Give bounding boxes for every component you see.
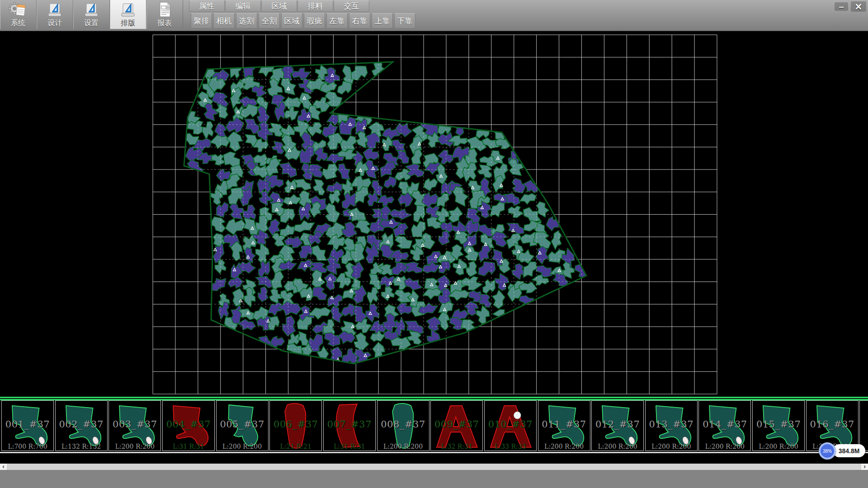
tab-edit[interactable]: 编辑 (225, 0, 261, 12)
chevron-right-icon: › (863, 463, 866, 470)
button-region[interactable]: 区域 (281, 13, 302, 28)
piece-thumbnail (380, 402, 426, 450)
settings-icon (81, 0, 101, 19)
button-snap-left[interactable]: 左靠 (326, 13, 348, 28)
piece-thumbnail (5, 402, 51, 450)
progress-badge[interactable]: 38% (819, 442, 836, 460)
report-button[interactable]: 报表 (146, 0, 183, 29)
status-bar (0, 470, 868, 488)
filmstrip-tile[interactable]: 008_#37L:200 R:200 (377, 400, 429, 451)
memory-value: 384.8M (839, 447, 860, 455)
minimize-icon: – (839, 1, 844, 12)
report-button-label: 报表 (157, 19, 172, 28)
filmstrip-tile[interactable]: 009_#37L:32 R:31 (430, 400, 483, 451)
button-cut-all[interactable]: 全割 (259, 13, 280, 28)
close-icon: ✕ (855, 1, 863, 12)
filmstrip-tile[interactable]: 003_#37L:200 R:200 (108, 400, 161, 451)
piece-thumbnail (165, 402, 212, 450)
filmstrip-tile[interactable]: 004_#37L:31 R:31 (162, 400, 215, 451)
filmstrip-tile[interactable]: 012_#37L:200 R:200 (591, 400, 644, 451)
piece-filmstrip[interactable]: 001_#37L:700 R:700002_#37L:132 R:132003_… (0, 400, 868, 452)
filmstrip-tile[interactable]: 001_#37L:700 R:700 (1, 400, 54, 451)
horizontal-scrollbar[interactable]: ‹ › (0, 464, 868, 470)
layout-button[interactable]: 排版 (110, 0, 146, 29)
tab-nesting[interactable]: 排料 (297, 0, 333, 12)
filmstrip-tile[interactable]: 005_#37L:200 R:200 (216, 400, 269, 451)
layout-icon (118, 0, 138, 19)
memory-badge: 384.8M (833, 444, 865, 457)
piece-thumbnail (326, 402, 373, 450)
piece-thumbnail (541, 402, 587, 450)
scroll-right-arrow[interactable]: › (861, 464, 868, 470)
filmstrip-tile[interactable] (859, 400, 868, 451)
button-snap-top[interactable]: 上靠 (372, 13, 393, 28)
progress-value: 38% (823, 449, 832, 454)
piece-thumbnail (434, 402, 480, 450)
piece-thumbnail (219, 402, 265, 450)
toolbar: 系统设计设置排版报表 属性编辑区域排料交互 聚排相机选割全割区域瑕疵左靠右靠上靠… (0, 0, 868, 31)
system-button-label: 系统 (11, 19, 25, 28)
system-icon (8, 0, 28, 19)
layout-button-label: 排版 (121, 19, 135, 28)
filmstrip-tile[interactable]: 016_#37L:200 R:200 (806, 400, 859, 451)
button-cluster-nest[interactable]: 聚排 (191, 13, 212, 28)
tab-properties[interactable]: 属性 (189, 0, 225, 12)
filmstrip-tile[interactable]: 011_#37L:200 R:200 (538, 400, 590, 451)
nesting-app-window: 系统设计设置排版报表 属性编辑区域排料交互 聚排相机选割全割区域瑕疵左靠右靠上靠… (0, 0, 868, 488)
design-button-label: 设计 (47, 19, 62, 28)
settings-button-label: 设置 (84, 19, 99, 28)
close-button[interactable]: ✕ (851, 1, 866, 12)
piece-thumbnail (487, 402, 533, 450)
scroll-left-arrow[interactable]: ‹ (0, 464, 7, 470)
piece-thumbnail (273, 402, 319, 450)
filmstrip-tile[interactable]: 010_#37L:33 R:33 (484, 400, 537, 451)
system-button[interactable]: 系统 (0, 0, 37, 29)
filmstrip-divider (0, 397, 868, 400)
piece-thumbnail (594, 402, 641, 450)
nesting-drawing (0, 31, 868, 397)
button-snap-right[interactable]: 右靠 (349, 13, 370, 28)
bottom-gap (0, 453, 868, 464)
piece-thumbnail (112, 402, 158, 450)
filmstrip-tile[interactable]: 006_#37L:21 R:21 (269, 400, 322, 451)
button-camera[interactable]: 相机 (213, 13, 235, 28)
tab-interact[interactable]: 交互 (334, 0, 369, 12)
piece-thumbnail (755, 402, 802, 450)
piece-thumbnail (702, 402, 748, 450)
design-icon (45, 0, 65, 19)
button-defect[interactable]: 瑕疵 (304, 13, 325, 28)
filmstrip-tile[interactable]: 007_#37L:31 R:31 (323, 400, 376, 451)
settings-button[interactable]: 设置 (73, 0, 110, 29)
piece-thumbnail (809, 402, 855, 450)
piece-thumbnail (863, 402, 868, 450)
button-snap-bottom[interactable]: 下靠 (394, 13, 415, 28)
design-button[interactable]: 设计 (37, 0, 73, 29)
filmstrip-tile[interactable]: 015_#37L:200 R:200 (752, 400, 805, 451)
filmstrip-tile[interactable]: 013_#37L:200 R:200 (645, 400, 698, 451)
filmstrip-tile[interactable]: 014_#37L:200 R:200 (698, 400, 751, 451)
chevron-left-icon: ‹ (2, 463, 5, 470)
piece-thumbnail (648, 402, 694, 450)
filmstrip-tile[interactable]: 002_#37L:132 R:132 (55, 400, 108, 451)
tab-region[interactable]: 区域 (261, 0, 297, 12)
piece-thumbnail (58, 402, 104, 450)
report-icon (155, 0, 175, 19)
minimize-button[interactable]: – (835, 2, 848, 11)
nesting-canvas[interactable] (0, 31, 868, 397)
button-select-cut[interactable]: 选割 (236, 13, 257, 28)
